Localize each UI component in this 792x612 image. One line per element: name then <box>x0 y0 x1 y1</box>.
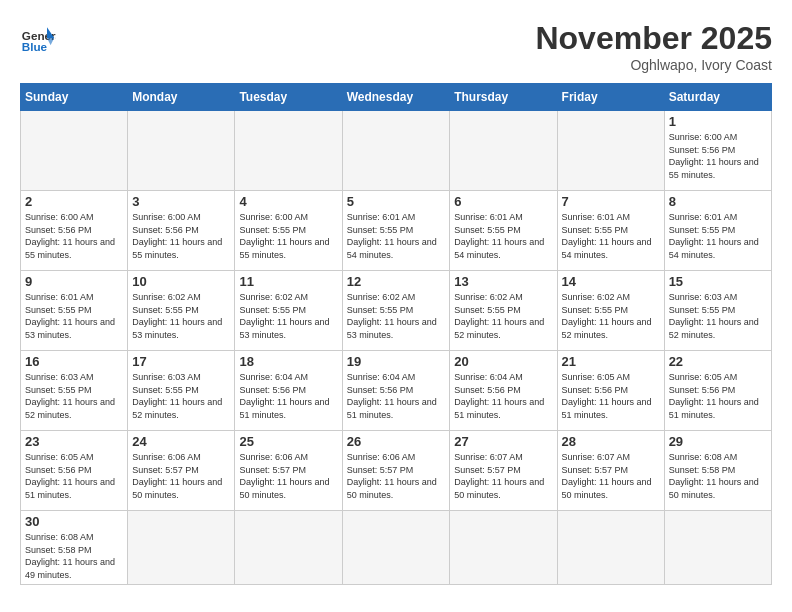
calendar-cell: 12Sunrise: 6:02 AM Sunset: 5:55 PM Dayli… <box>342 271 450 351</box>
day-number: 8 <box>669 194 767 209</box>
day-info: Sunrise: 6:01 AM Sunset: 5:55 PM Dayligh… <box>25 291 123 341</box>
week-row-3: 9Sunrise: 6:01 AM Sunset: 5:55 PM Daylig… <box>21 271 772 351</box>
day-number: 9 <box>25 274 123 289</box>
day-info: Sunrise: 6:04 AM Sunset: 5:56 PM Dayligh… <box>454 371 552 421</box>
calendar-cell: 30Sunrise: 6:08 AM Sunset: 5:58 PM Dayli… <box>21 511 128 585</box>
calendar-cell: 20Sunrise: 6:04 AM Sunset: 5:56 PM Dayli… <box>450 351 557 431</box>
day-number: 30 <box>25 514 123 529</box>
day-number: 13 <box>454 274 552 289</box>
weekday-header-sunday: Sunday <box>21 84 128 111</box>
day-number: 29 <box>669 434 767 449</box>
calendar-cell <box>557 111 664 191</box>
logo-icon: General Blue <box>20 20 56 56</box>
calendar-cell: 4Sunrise: 6:00 AM Sunset: 5:55 PM Daylig… <box>235 191 342 271</box>
calendar-cell: 13Sunrise: 6:02 AM Sunset: 5:55 PM Dayli… <box>450 271 557 351</box>
day-info: Sunrise: 6:06 AM Sunset: 5:57 PM Dayligh… <box>347 451 446 501</box>
day-info: Sunrise: 6:03 AM Sunset: 5:55 PM Dayligh… <box>132 371 230 421</box>
calendar-cell: 7Sunrise: 6:01 AM Sunset: 5:55 PM Daylig… <box>557 191 664 271</box>
calendar-cell: 29Sunrise: 6:08 AM Sunset: 5:58 PM Dayli… <box>664 431 771 511</box>
day-number: 3 <box>132 194 230 209</box>
day-info: Sunrise: 6:01 AM Sunset: 5:55 PM Dayligh… <box>669 211 767 261</box>
day-number: 20 <box>454 354 552 369</box>
day-info: Sunrise: 6:01 AM Sunset: 5:55 PM Dayligh… <box>454 211 552 261</box>
weekday-header-row: SundayMondayTuesdayWednesdayThursdayFrid… <box>21 84 772 111</box>
day-number: 18 <box>239 354 337 369</box>
day-info: Sunrise: 6:04 AM Sunset: 5:56 PM Dayligh… <box>347 371 446 421</box>
weekday-header-monday: Monday <box>128 84 235 111</box>
calendar-cell <box>450 511 557 585</box>
calendar-cell <box>128 111 235 191</box>
day-info: Sunrise: 6:01 AM Sunset: 5:55 PM Dayligh… <box>347 211 446 261</box>
week-row-2: 2Sunrise: 6:00 AM Sunset: 5:56 PM Daylig… <box>21 191 772 271</box>
logo: General Blue <box>20 20 56 56</box>
day-number: 12 <box>347 274 446 289</box>
calendar-cell <box>235 511 342 585</box>
day-info: Sunrise: 6:07 AM Sunset: 5:57 PM Dayligh… <box>454 451 552 501</box>
svg-text:Blue: Blue <box>22 40 48 53</box>
calendar-cell: 3Sunrise: 6:00 AM Sunset: 5:56 PM Daylig… <box>128 191 235 271</box>
week-row-1: 1Sunrise: 6:00 AM Sunset: 5:56 PM Daylig… <box>21 111 772 191</box>
calendar-cell: 2Sunrise: 6:00 AM Sunset: 5:56 PM Daylig… <box>21 191 128 271</box>
day-number: 16 <box>25 354 123 369</box>
calendar-cell: 26Sunrise: 6:06 AM Sunset: 5:57 PM Dayli… <box>342 431 450 511</box>
weekday-header-wednesday: Wednesday <box>342 84 450 111</box>
calendar-cell: 21Sunrise: 6:05 AM Sunset: 5:56 PM Dayli… <box>557 351 664 431</box>
day-info: Sunrise: 6:03 AM Sunset: 5:55 PM Dayligh… <box>25 371 123 421</box>
day-number: 22 <box>669 354 767 369</box>
day-number: 28 <box>562 434 660 449</box>
day-info: Sunrise: 6:00 AM Sunset: 5:56 PM Dayligh… <box>132 211 230 261</box>
day-info: Sunrise: 6:02 AM Sunset: 5:55 PM Dayligh… <box>454 291 552 341</box>
calendar-cell: 6Sunrise: 6:01 AM Sunset: 5:55 PM Daylig… <box>450 191 557 271</box>
calendar-cell: 1Sunrise: 6:00 AM Sunset: 5:56 PM Daylig… <box>664 111 771 191</box>
week-row-5: 23Sunrise: 6:05 AM Sunset: 5:56 PM Dayli… <box>21 431 772 511</box>
day-info: Sunrise: 6:06 AM Sunset: 5:57 PM Dayligh… <box>239 451 337 501</box>
calendar-cell <box>557 511 664 585</box>
day-number: 19 <box>347 354 446 369</box>
calendar-cell <box>235 111 342 191</box>
calendar-cell: 17Sunrise: 6:03 AM Sunset: 5:55 PM Dayli… <box>128 351 235 431</box>
weekday-header-thursday: Thursday <box>450 84 557 111</box>
week-row-4: 16Sunrise: 6:03 AM Sunset: 5:55 PM Dayli… <box>21 351 772 431</box>
day-info: Sunrise: 6:08 AM Sunset: 5:58 PM Dayligh… <box>25 531 123 581</box>
day-info: Sunrise: 6:06 AM Sunset: 5:57 PM Dayligh… <box>132 451 230 501</box>
day-number: 6 <box>454 194 552 209</box>
day-info: Sunrise: 6:08 AM Sunset: 5:58 PM Dayligh… <box>669 451 767 501</box>
day-info: Sunrise: 6:05 AM Sunset: 5:56 PM Dayligh… <box>669 371 767 421</box>
calendar-cell: 11Sunrise: 6:02 AM Sunset: 5:55 PM Dayli… <box>235 271 342 351</box>
calendar-cell: 15Sunrise: 6:03 AM Sunset: 5:55 PM Dayli… <box>664 271 771 351</box>
weekday-header-friday: Friday <box>557 84 664 111</box>
calendar-cell: 14Sunrise: 6:02 AM Sunset: 5:55 PM Dayli… <box>557 271 664 351</box>
calendar-cell: 23Sunrise: 6:05 AM Sunset: 5:56 PM Dayli… <box>21 431 128 511</box>
location: Oghlwapo, Ivory Coast <box>535 57 772 73</box>
day-number: 5 <box>347 194 446 209</box>
day-info: Sunrise: 6:02 AM Sunset: 5:55 PM Dayligh… <box>132 291 230 341</box>
day-number: 26 <box>347 434 446 449</box>
calendar-cell: 16Sunrise: 6:03 AM Sunset: 5:55 PM Dayli… <box>21 351 128 431</box>
calendar-cell: 27Sunrise: 6:07 AM Sunset: 5:57 PM Dayli… <box>450 431 557 511</box>
calendar-cell <box>664 511 771 585</box>
day-number: 2 <box>25 194 123 209</box>
day-number: 7 <box>562 194 660 209</box>
day-number: 17 <box>132 354 230 369</box>
day-info: Sunrise: 6:00 AM Sunset: 5:56 PM Dayligh… <box>25 211 123 261</box>
week-row-6: 30Sunrise: 6:08 AM Sunset: 5:58 PM Dayli… <box>21 511 772 585</box>
day-info: Sunrise: 6:02 AM Sunset: 5:55 PM Dayligh… <box>239 291 337 341</box>
day-info: Sunrise: 6:07 AM Sunset: 5:57 PM Dayligh… <box>562 451 660 501</box>
day-number: 14 <box>562 274 660 289</box>
calendar-cell: 28Sunrise: 6:07 AM Sunset: 5:57 PM Dayli… <box>557 431 664 511</box>
calendar-cell <box>128 511 235 585</box>
day-info: Sunrise: 6:00 AM Sunset: 5:56 PM Dayligh… <box>669 131 767 181</box>
day-info: Sunrise: 6:05 AM Sunset: 5:56 PM Dayligh… <box>25 451 123 501</box>
day-info: Sunrise: 6:02 AM Sunset: 5:55 PM Dayligh… <box>347 291 446 341</box>
day-info: Sunrise: 6:01 AM Sunset: 5:55 PM Dayligh… <box>562 211 660 261</box>
calendar-cell: 8Sunrise: 6:01 AM Sunset: 5:55 PM Daylig… <box>664 191 771 271</box>
calendar-cell <box>342 511 450 585</box>
calendar-cell <box>21 111 128 191</box>
calendar-cell: 18Sunrise: 6:04 AM Sunset: 5:56 PM Dayli… <box>235 351 342 431</box>
calendar-cell <box>342 111 450 191</box>
day-number: 1 <box>669 114 767 129</box>
calendar-cell: 25Sunrise: 6:06 AM Sunset: 5:57 PM Dayli… <box>235 431 342 511</box>
month-title: November 2025 <box>535 20 772 57</box>
calendar-cell: 10Sunrise: 6:02 AM Sunset: 5:55 PM Dayli… <box>128 271 235 351</box>
calendar-cell: 5Sunrise: 6:01 AM Sunset: 5:55 PM Daylig… <box>342 191 450 271</box>
